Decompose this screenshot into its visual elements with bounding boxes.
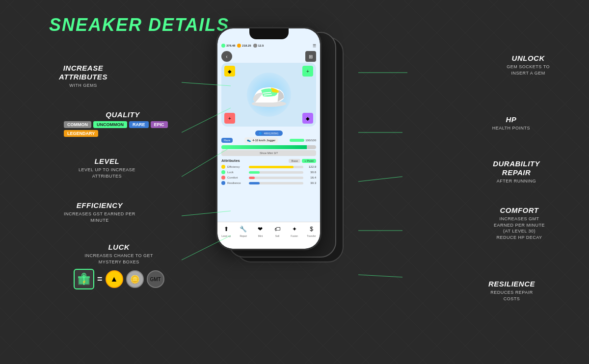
sell-icon: 🏷 bbox=[273, 225, 282, 234]
nft-id-badge: 🔷 489126591 bbox=[255, 130, 282, 136]
attr-efficiency: Efficiency 122.9 bbox=[221, 165, 316, 169]
badge-legendary: LEGENDARY bbox=[64, 130, 98, 137]
mystery-item-1: ▲ bbox=[106, 270, 123, 288]
annotation-durability: DURABILITY REPAIR AFTER RUNNING bbox=[493, 159, 540, 184]
point-button[interactable]: + Point bbox=[302, 159, 316, 163]
transfer-icon: $ bbox=[307, 225, 316, 234]
socket-tr[interactable]: + bbox=[302, 66, 313, 77]
mystery-box-icon: ⚡ bbox=[74, 269, 94, 289]
sneaker-image bbox=[249, 81, 289, 108]
annotation-unlock: UNLOCK GEM SOCKETS TO INSERT A GEM bbox=[507, 54, 550, 76]
socket-br[interactable]: ◆ bbox=[302, 113, 313, 124]
phone-screen: 378.48 218.25 12.5 ☰ ‹ ⊞ bbox=[217, 28, 320, 249]
token-gmt: 218.25 bbox=[237, 44, 251, 48]
shoe-mint-bar: Shoe Mint 3/7 bbox=[221, 150, 316, 156]
socket-tl[interactable]: ◆ bbox=[224, 66, 235, 77]
attr-resilience: Resilience 30.3 bbox=[221, 181, 316, 185]
nav-transfer[interactable]: $ Transfer bbox=[307, 225, 316, 237]
annotation-luck: LUCK INCREASES CHANCE TO GET MYSTERY BOX… bbox=[74, 243, 164, 289]
svg-text:⚡: ⚡ bbox=[82, 280, 86, 284]
bottom-nav: ⬆ Level up 🔧 Repair ❤ Mint 🏷 Sell ✦ bbox=[217, 222, 320, 249]
attr-luck: Luck 30.6 bbox=[221, 170, 316, 174]
quality-badges: COMMON UNCOMMON RARE EPIC LEGENDARY bbox=[64, 121, 182, 137]
badge-uncommon: UNCOMMON bbox=[93, 121, 127, 128]
gst-dot bbox=[221, 44, 225, 48]
luck-dot bbox=[221, 170, 225, 174]
attributes-title: Attributes bbox=[221, 158, 240, 163]
nav-repair[interactable]: 🔧 Repair bbox=[239, 225, 248, 237]
status-bar: 378.48 218.25 12.5 ☰ bbox=[221, 40, 316, 51]
nav-sell[interactable]: 🏷 Sell bbox=[273, 225, 282, 237]
rarity-badge: Rare bbox=[221, 138, 233, 143]
attr-comfort: Comfort 16.4 bbox=[221, 176, 316, 180]
svg-line-7 bbox=[358, 177, 402, 182]
resilience-dot bbox=[221, 181, 225, 185]
token-gst: 378.48 bbox=[221, 44, 235, 48]
sneaker-glow bbox=[247, 73, 291, 117]
speed-range: 👟 4-10 km/h Jogger bbox=[244, 137, 278, 143]
menu-icon[interactable]: ☰ bbox=[313, 44, 316, 48]
socket-bl[interactable]: + bbox=[224, 113, 235, 124]
settings-button[interactable]: ⊞ bbox=[305, 51, 316, 62]
efficiency-dot bbox=[221, 165, 225, 169]
sneaker-display: ◆ + + ◆ bbox=[221, 63, 316, 127]
annotation-hp: HP HEALTH POINTS bbox=[492, 115, 530, 131]
svg-point-18 bbox=[83, 274, 85, 276]
energy-dot bbox=[253, 44, 257, 48]
screen-nav: ‹ ⊞ bbox=[221, 51, 316, 62]
annotation-increase-attributes: INCREASE ATTRIBUTES WITH GEMS bbox=[59, 64, 107, 89]
mint-icon: ❤ bbox=[256, 225, 265, 234]
token-energy: 12.5 bbox=[253, 44, 264, 48]
status-tokens: 378.48 218.25 12.5 bbox=[221, 44, 264, 48]
mystery-icons: ⚡ = ▲ 🪙 GMT bbox=[74, 269, 164, 289]
base-button[interactable]: Base bbox=[289, 159, 300, 163]
nav-mint[interactable]: ❤ Mint bbox=[256, 225, 265, 237]
badge-common: COMMON bbox=[64, 121, 91, 128]
back-button[interactable]: ‹ bbox=[221, 51, 232, 62]
svg-line-9 bbox=[358, 275, 402, 277]
hp-display: 100/100 bbox=[290, 139, 316, 142]
attributes-section: Attributes Base + Point Efficiency 122.9 bbox=[221, 158, 316, 186]
gmt-dot bbox=[237, 44, 241, 48]
nav-fusion[interactable]: ✦ Fusion bbox=[290, 225, 299, 237]
badge-rare: RARE bbox=[129, 121, 149, 128]
phone-main: 378.48 218.25 12.5 ☰ ‹ ⊞ bbox=[216, 27, 321, 250]
annotation-efficiency: EFFICIENCY INCREASES GST EARNED PER MINU… bbox=[64, 201, 135, 223]
comfort-dot bbox=[221, 176, 225, 180]
badge-epic: EPIC bbox=[151, 121, 168, 128]
phone-notch bbox=[249, 28, 289, 39]
phone-mockup: 378.48 218.25 12.5 ☰ ‹ ⊞ bbox=[216, 27, 353, 321]
annotation-level: LEVEL LEVEL UP TO INCREASE ATTRIBUTES bbox=[79, 157, 135, 179]
annotation-resilience: RESILIENCE REDUCES REPAIR COSTS bbox=[488, 280, 535, 302]
mystery-item-3: GMT bbox=[147, 270, 164, 288]
levelup-icon: ⬆ bbox=[222, 225, 231, 234]
nav-levelup[interactable]: ⬆ Level up bbox=[221, 225, 231, 237]
repair-icon: 🔧 bbox=[239, 225, 248, 234]
page-title: SNEAKER DETAILS bbox=[49, 15, 229, 35]
annotation-comfort: COMFORT INCREASES GMT EARNED PER MINUTE … bbox=[494, 206, 545, 240]
sneaker-meta-row: Rare 👟 4-10 km/h Jogger 100/100 bbox=[221, 137, 316, 143]
annotation-quality: QUALITY COMMON UNCOMMON RARE EPIC LEGEND… bbox=[64, 110, 182, 137]
mystery-item-2: 🪙 bbox=[126, 270, 144, 288]
fusion-icon: ✦ bbox=[290, 225, 299, 234]
